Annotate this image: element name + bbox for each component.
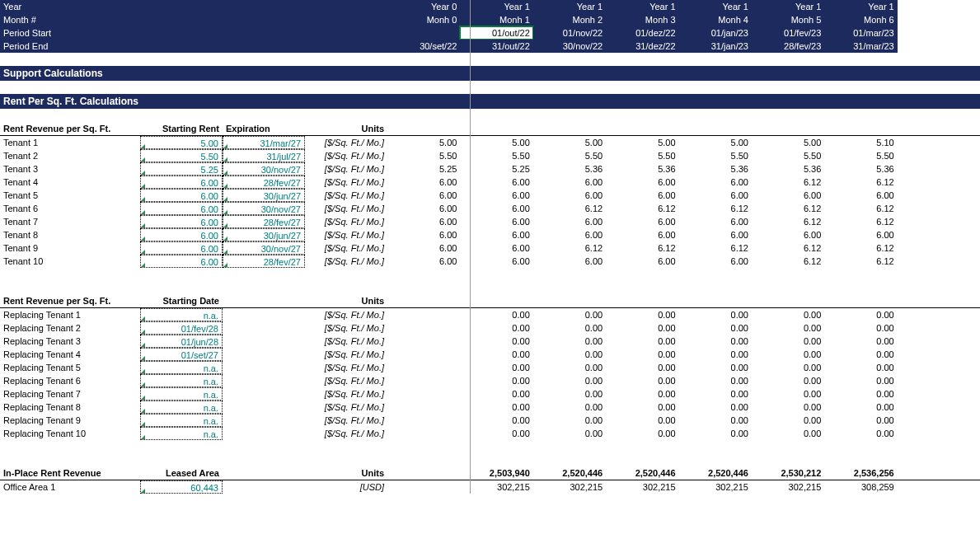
value-cell[interactable]: 0.00	[533, 361, 606, 374]
value-cell[interactable]: 0.00	[533, 321, 606, 335]
starting-date-cell[interactable]: n.a.	[140, 427, 223, 440]
expiration-cell[interactable]: 30/jun/27	[223, 228, 305, 241]
expiration-cell[interactable]: 31/mar/27	[223, 136, 305, 149]
value-cell[interactable]: 6.00	[533, 215, 606, 228]
value-cell[interactable]: 0.00	[824, 335, 897, 348]
value-cell[interactable]: 0.00	[460, 321, 532, 335]
value-cell[interactable]: 0.00	[460, 374, 532, 387]
value-cell[interactable]	[387, 335, 460, 348]
value-cell[interactable]: 6.00	[460, 176, 532, 189]
tenant-name[interactable]: Tenant 9	[0, 241, 140, 255]
tenant-name[interactable]: Replacing Tenant 7	[0, 387, 140, 400]
value-cell[interactable]: 5.50	[533, 149, 606, 162]
value-cell[interactable]: 6.12	[824, 202, 897, 215]
value-cell[interactable]: 0.00	[824, 374, 897, 387]
value-cell[interactable]: 0.00	[679, 321, 752, 335]
value-cell[interactable]: 6.12	[824, 255, 897, 268]
value-cell[interactable]: 6.00	[387, 241, 460, 255]
selected-cell[interactable]: 01/out/22	[460, 26, 532, 40]
value-cell[interactable]: 6.00	[387, 215, 460, 228]
value-cell[interactable]: 6.00	[679, 189, 752, 202]
value-cell[interactable]: 6.12	[752, 241, 824, 255]
value-cell[interactable]: 0.00	[606, 348, 678, 361]
value-cell[interactable]: 0.00	[533, 427, 606, 440]
value-cell[interactable]: 0.00	[460, 348, 532, 361]
starting-date-cell[interactable]: n.a.	[140, 361, 223, 374]
value-cell[interactable]: 6.00	[679, 255, 752, 268]
value-cell[interactable]: 0.00	[752, 374, 824, 387]
value-cell[interactable]: 5.00	[606, 136, 678, 149]
value-cell[interactable]	[387, 308, 460, 321]
value-cell[interactable]: 0.00	[606, 335, 678, 348]
value-cell[interactable]: 0.00	[533, 374, 606, 387]
value-cell[interactable]: 0.00	[752, 308, 824, 321]
value-cell[interactable]	[387, 374, 460, 387]
value-cell[interactable]: 5.50	[606, 149, 678, 162]
value-cell[interactable]: 0.00	[824, 427, 897, 440]
starting-date-cell[interactable]: n.a.	[140, 414, 223, 427]
value-cell[interactable]	[387, 361, 460, 374]
starting-date-cell[interactable]: n.a.	[140, 374, 223, 387]
value-cell[interactable]: 0.00	[679, 348, 752, 361]
value-cell[interactable]: 0.00	[824, 414, 897, 427]
value-cell[interactable]: 5.36	[679, 162, 752, 176]
value-cell[interactable]: 6.12	[679, 241, 752, 255]
value-cell[interactable]: 6.00	[533, 176, 606, 189]
value-cell[interactable]: 6.12	[679, 202, 752, 215]
value-cell[interactable]: 6.00	[606, 189, 678, 202]
value-cell[interactable]: 0.00	[460, 414, 532, 427]
value-cell[interactable]: 0.00	[679, 374, 752, 387]
value-cell[interactable]: 0.00	[679, 400, 752, 414]
value-cell[interactable]: 0.00	[824, 361, 897, 374]
tenant-name[interactable]: Replacing Tenant 3	[0, 335, 140, 348]
value-cell[interactable]: 0.00	[679, 427, 752, 440]
starting-date-cell[interactable]: n.a.	[140, 400, 223, 414]
value-cell[interactable]: 5.50	[824, 149, 897, 162]
value-cell[interactable]: 5.50	[679, 149, 752, 162]
value-cell[interactable]	[387, 348, 460, 361]
value-cell[interactable]: 5.00	[752, 136, 824, 149]
value-cell[interactable]: 0.00	[533, 308, 606, 321]
value-cell[interactable]: 0.00	[606, 361, 678, 374]
expiration-cell[interactable]: 30/nov/27	[223, 202, 305, 215]
starting-date-cell[interactable]: n.a.	[140, 308, 223, 321]
value-cell[interactable]: 0.00	[460, 427, 532, 440]
value-cell[interactable]: 6.12	[752, 215, 824, 228]
value-cell[interactable]: 5.36	[824, 162, 897, 176]
value-cell[interactable]: 0.00	[606, 414, 678, 427]
value-cell[interactable]: 5.00	[387, 136, 460, 149]
value-cell[interactable]: 6.12	[752, 255, 824, 268]
starting-rent-cell[interactable]: 6.00	[140, 189, 223, 202]
value-cell[interactable]: 0.00	[533, 400, 606, 414]
value-cell[interactable]: 6.00	[387, 228, 460, 241]
value-cell[interactable]: 6.00	[460, 189, 532, 202]
value-cell[interactable]: 5.36	[606, 162, 678, 176]
value-cell[interactable]: 0.00	[824, 387, 897, 400]
value-cell[interactable]: 6.12	[533, 241, 606, 255]
value-cell[interactable]: 6.12	[824, 241, 897, 255]
value-cell[interactable]: 6.00	[679, 176, 752, 189]
expiration-cell[interactable]: 28/fev/27	[223, 215, 305, 228]
value-cell[interactable]: 0.00	[752, 361, 824, 374]
tenant-name[interactable]: Replacing Tenant 10	[0, 427, 140, 440]
value-cell[interactable]: 0.00	[606, 374, 678, 387]
starting-date-cell[interactable]: n.a.	[140, 387, 223, 400]
value-cell[interactable]: 0.00	[679, 308, 752, 321]
starting-rent-cell[interactable]: 6.00	[140, 215, 223, 228]
value-cell[interactable]	[387, 321, 460, 335]
tenant-name[interactable]: Replacing Tenant 8	[0, 400, 140, 414]
value-cell[interactable]: 0.00	[752, 387, 824, 400]
value-cell[interactable]: 6.00	[387, 176, 460, 189]
value-cell[interactable]: 6.00	[679, 228, 752, 241]
starting-rent-cell[interactable]: 6.00	[140, 202, 223, 215]
value-cell[interactable]: 6.12	[752, 202, 824, 215]
value-cell[interactable]: 5.50	[752, 149, 824, 162]
value-cell[interactable]: 0.00	[824, 321, 897, 335]
value-cell[interactable]: 6.00	[460, 228, 532, 241]
value-cell[interactable]: 0.00	[606, 308, 678, 321]
starting-rent-cell[interactable]: 5.00	[140, 136, 223, 149]
value-cell[interactable]	[387, 400, 460, 414]
value-cell[interactable]: 6.00	[533, 255, 606, 268]
value-cell[interactable]: 0.00	[752, 335, 824, 348]
value-cell[interactable]: 0.00	[460, 387, 532, 400]
